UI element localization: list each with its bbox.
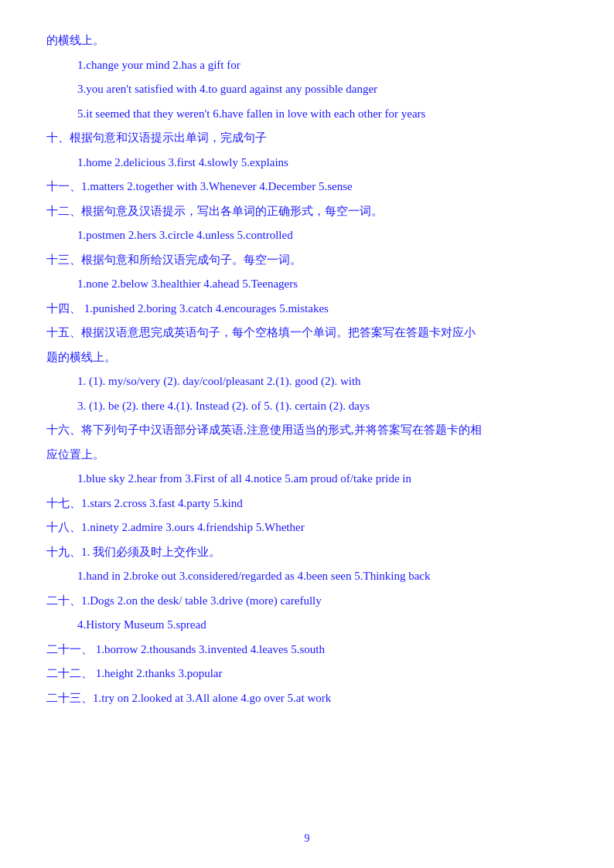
- content-line-sec21-title: 二十一、 1.borrow 2.thousands 3.invented 4.l…: [46, 640, 568, 660]
- content-line-sec19-title: 十九、1. 我们必须及时上交作业。: [46, 543, 568, 563]
- content-line-sec15-sub: 题的横线上。: [46, 348, 568, 368]
- content-line-sec12-title: 十二、根据句意及汉语提示，写出各单词的正确形式，每空一词。: [46, 202, 568, 222]
- content-line-sec16-title: 十六、将下列句子中汉语部分译成英语,注意使用适当的形式,并将答案写在答题卡的相: [46, 420, 568, 441]
- content-line-sec13-row1: 1.none 2.below 3.healthier 4.ahead 5.Tee…: [77, 274, 568, 294]
- content-line-sec19-row1: 1.hand in 2.broke out 3.considered/regar…: [77, 567, 568, 587]
- content-line-sec15-row1: 1. (1). my/so/very (2). day/cool/pleasan…: [77, 372, 568, 392]
- content-line-row1: 1.change your mind 2.has a gift for: [77, 56, 568, 76]
- content-line-sec11-title: 十一、1.matters 2.together with 3.Whenever …: [46, 177, 568, 197]
- content-line-sec13-title: 十三、根据句意和所给汉语完成句子。每空一词。: [46, 250, 568, 271]
- content-line-sec12-row1: 1.postmen 2.hers 3.circle 4.unless 5.con…: [77, 226, 568, 246]
- content-line-sec23-title: 二十三、1.try on 2.looked at 3.All alone 4.g…: [46, 689, 568, 709]
- content-line-sec15-title: 十五、根据汉语意思完成英语句子，每个空格填一个单词。把答案写在答题卡对应小: [46, 323, 568, 343]
- page: 的横线上。1.change your mind 2.has a gift for…: [0, 0, 614, 868]
- content-line-intro: 的横线上。: [46, 31, 568, 51]
- content-line-sec22-title: 二十二、 1.height 2.thanks 3.popular: [46, 664, 568, 684]
- content-line-sec18-title: 十八、1.ninety 2.admire 3.ours 4.friendship…: [46, 518, 568, 538]
- content-line-row3: 5.it seemed that they weren't 6.have fal…: [77, 104, 568, 124]
- content-line-sec20-row1: 4.History Museum 5.spread: [77, 615, 568, 635]
- content-line-sec20-title: 二十、1.Dogs 2.on the desk/ table 3.drive (…: [46, 591, 568, 611]
- page-number: 9: [305, 832, 310, 845]
- content-line-sec17-title: 十七、1.stars 2.cross 3.fast 4.party 5.kind: [46, 494, 568, 514]
- content-line-sec10-title: 十、根据句意和汉语提示出单词，完成句子: [46, 128, 568, 148]
- content-line-sec15-row2: 3. (1). be (2). there 4.(1). Instead (2)…: [77, 397, 568, 417]
- content-line-sec10-row1: 1.home 2.delicious 3.first 4.slowly 5.ex…: [77, 153, 568, 173]
- content-line-sec14-title: 十四、 1.punished 2.boring 3.catch 4.encour…: [46, 299, 568, 319]
- content-line-sec16-row1: 1.blue sky 2.hear from 3.First of all 4.…: [77, 469, 568, 489]
- content-line-row2: 3.you aren't satisfied with 4.to guard a…: [77, 80, 568, 100]
- content-line-sec16-sub: 应位置上。: [46, 445, 568, 465]
